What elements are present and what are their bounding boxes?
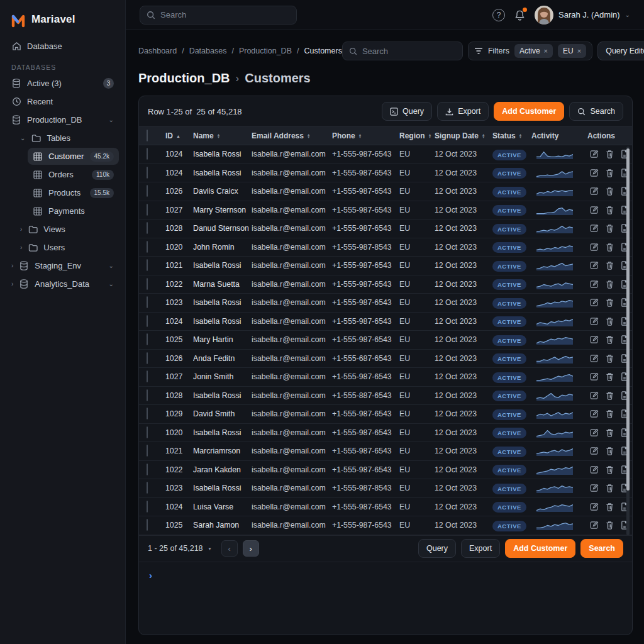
pagination-info[interactable]: 1 - 25 of 45,218 ▾ bbox=[148, 544, 211, 553]
sidebar-item-payments[interactable]: Payments bbox=[28, 203, 119, 219]
delete-icon[interactable] bbox=[606, 224, 614, 233]
footer-query-button[interactable]: Query bbox=[418, 539, 456, 558]
sidebar-item-orders[interactable]: Orders 110k bbox=[28, 166, 119, 183]
edit-icon[interactable] bbox=[590, 280, 599, 289]
delete-icon[interactable] bbox=[606, 187, 614, 196]
footer-export-button[interactable]: Export bbox=[461, 539, 500, 558]
search-button[interactable]: Search bbox=[569, 102, 623, 121]
delete-icon[interactable] bbox=[606, 502, 614, 511]
sidebar-item-active[interactable]: Active (3) 3 bbox=[6, 75, 119, 92]
next-page-button[interactable]: › bbox=[243, 540, 259, 557]
delete-icon[interactable] bbox=[606, 243, 614, 252]
column-header-id[interactable]: ID▲ bbox=[165, 131, 193, 140]
sidebar-item-staging-env[interactable]: › Staging_Env ⌄ bbox=[6, 257, 119, 274]
footer-search-button[interactable]: Search bbox=[580, 539, 623, 558]
edit-icon[interactable] bbox=[590, 484, 599, 492]
edit-icon[interactable] bbox=[590, 261, 599, 270]
edit-icon[interactable] bbox=[590, 169, 599, 177]
page-search-input[interactable] bbox=[362, 47, 456, 56]
page-search[interactable] bbox=[342, 42, 463, 60]
select-all-checkbox[interactable] bbox=[147, 130, 148, 142]
delete-icon[interactable] bbox=[606, 447, 614, 455]
edit-icon[interactable] bbox=[590, 335, 599, 344]
sidebar-item-customers[interactable]: Customers 45.2k bbox=[28, 148, 119, 165]
sidebar-item-tables[interactable]: ⌄ Tables bbox=[15, 130, 119, 147]
filter-chip-active[interactable]: Active × bbox=[514, 44, 553, 58]
row-checkbox[interactable] bbox=[147, 352, 148, 364]
delete-icon[interactable] bbox=[606, 354, 614, 363]
edit-icon[interactable] bbox=[590, 447, 599, 455]
row-checkbox[interactable] bbox=[147, 501, 148, 513]
footer-add-customer-button[interactable]: Add Customer bbox=[505, 539, 575, 558]
edit-icon[interactable] bbox=[590, 465, 599, 474]
row-checkbox[interactable] bbox=[147, 204, 148, 216]
add-customer-button[interactable]: Add Customer bbox=[494, 102, 564, 121]
export-button[interactable]: Export bbox=[437, 102, 489, 121]
breadcrumb-dashboard[interactable]: Dashboard bbox=[138, 47, 177, 55]
sidebar-item-recent[interactable]: Recent bbox=[6, 93, 119, 110]
breadcrumb-databases[interactable]: Databases bbox=[189, 47, 227, 55]
notifications-button[interactable] bbox=[514, 9, 525, 21]
edit-icon[interactable] bbox=[590, 206, 599, 214]
delete-icon[interactable] bbox=[606, 465, 614, 474]
delete-icon[interactable] bbox=[606, 150, 614, 158]
sidebar-item-analytics-data[interactable]: › Analytics_Data ⌄ bbox=[6, 275, 119, 292]
global-search[interactable] bbox=[140, 6, 297, 25]
filters-label[interactable]: Filters bbox=[488, 47, 509, 55]
query-button[interactable]: Query bbox=[382, 102, 432, 121]
column-header-region[interactable]: Region▲▼ bbox=[399, 131, 435, 140]
row-checkbox[interactable] bbox=[147, 408, 148, 419]
edit-icon[interactable] bbox=[590, 372, 599, 381]
row-checkbox[interactable] bbox=[147, 167, 148, 179]
close-icon[interactable]: × bbox=[577, 47, 581, 55]
breadcrumb-customers[interactable]: Customers bbox=[304, 47, 341, 55]
delete-icon[interactable] bbox=[606, 335, 614, 344]
scrollbar-thumb[interactable] bbox=[626, 148, 630, 491]
sidebar-item-views[interactable]: › Views bbox=[15, 221, 119, 238]
row-checkbox[interactable] bbox=[147, 315, 148, 327]
delete-icon[interactable] bbox=[606, 206, 614, 214]
edit-icon[interactable] bbox=[590, 521, 599, 530]
edit-icon[interactable] bbox=[590, 409, 599, 418]
sidebar-item-database[interactable]: Database bbox=[6, 38, 119, 55]
row-checkbox[interactable] bbox=[147, 482, 148, 494]
delete-icon[interactable] bbox=[606, 317, 614, 326]
column-header-email[interactable]: Email Address▲▼ bbox=[252, 131, 332, 140]
edit-icon[interactable] bbox=[590, 224, 599, 233]
column-header-status[interactable]: Status▲▼ bbox=[492, 131, 531, 140]
delete-icon[interactable] bbox=[606, 428, 614, 437]
delete-icon[interactable] bbox=[606, 280, 614, 289]
filter-icon[interactable] bbox=[474, 47, 483, 55]
delete-icon[interactable] bbox=[606, 521, 614, 530]
edit-icon[interactable] bbox=[590, 317, 599, 326]
global-search-input[interactable] bbox=[160, 10, 290, 19]
row-checkbox[interactable] bbox=[147, 241, 148, 253]
row-checkbox[interactable] bbox=[147, 296, 148, 308]
help-icon[interactable]: ? bbox=[492, 9, 505, 21]
row-checkbox[interactable] bbox=[147, 426, 148, 438]
row-checkbox[interactable] bbox=[147, 278, 148, 290]
row-checkbox[interactable] bbox=[147, 259, 148, 271]
breadcrumb-production-db[interactable]: Production_DB bbox=[239, 47, 292, 55]
row-checkbox[interactable] bbox=[147, 222, 148, 234]
edit-icon[interactable] bbox=[590, 298, 599, 307]
column-header-signup-date[interactable]: Signup Date▲▼ bbox=[435, 131, 492, 140]
edit-icon[interactable] bbox=[590, 150, 599, 158]
query-editor-button[interactable]: Query Editor bbox=[597, 42, 644, 60]
row-checkbox[interactable] bbox=[147, 148, 148, 160]
user-menu[interactable]: Sarah J. (Admin) ⌄ bbox=[535, 6, 630, 25]
delete-icon[interactable] bbox=[606, 261, 614, 270]
edit-icon[interactable] bbox=[590, 354, 599, 363]
delete-icon[interactable] bbox=[606, 409, 614, 418]
delete-icon[interactable] bbox=[606, 391, 614, 400]
sidebar-item-production-db[interactable]: Production_DB ⌄ bbox=[6, 111, 119, 128]
close-icon[interactable]: × bbox=[544, 47, 548, 55]
edit-icon[interactable] bbox=[590, 428, 599, 437]
edit-icon[interactable] bbox=[590, 243, 599, 252]
edit-icon[interactable] bbox=[590, 502, 599, 511]
prev-page-button[interactable]: ‹ bbox=[221, 540, 238, 557]
sidebar-item-products[interactable]: Products 15.5k bbox=[28, 184, 119, 201]
delete-icon[interactable] bbox=[606, 372, 614, 381]
delete-icon[interactable] bbox=[606, 298, 614, 307]
delete-icon[interactable] bbox=[606, 484, 614, 492]
